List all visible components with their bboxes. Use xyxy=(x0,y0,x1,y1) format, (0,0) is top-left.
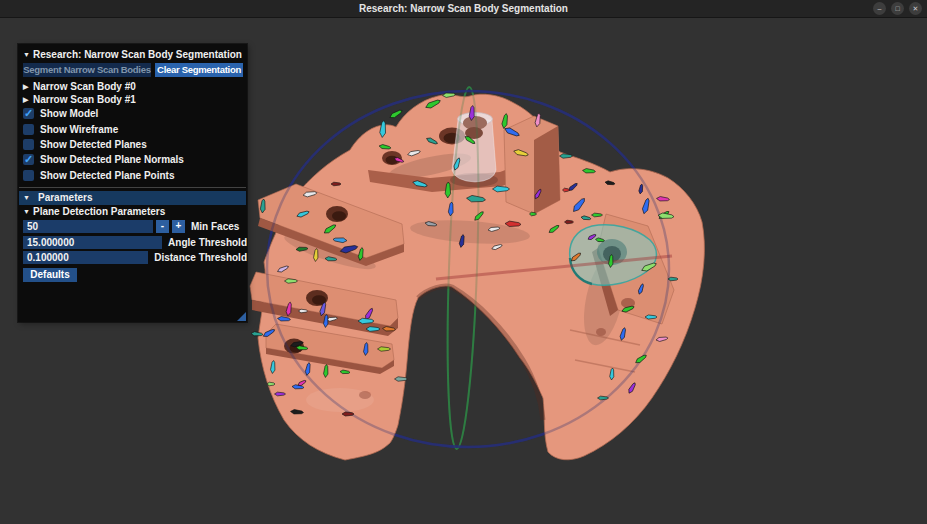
checkbox-show-detected-plane-normals[interactable]: ✓ Show Detected Plane Normals xyxy=(18,152,247,167)
segment-narrow-scan-bodies-button[interactable]: Segment Narrow Scan Bodies xyxy=(23,63,151,77)
distance-threshold-input[interactable]: 0.100000 xyxy=(23,251,148,264)
checkbox-label: Show Wireframe xyxy=(40,124,118,135)
window-title: Research: Narrow Scan Body Segmentation xyxy=(359,3,568,14)
plane-normal-glyph xyxy=(267,382,275,386)
plane-normal-glyph xyxy=(530,212,537,216)
action-buttons: Segment Narrow Scan Bodies Clear Segment… xyxy=(18,61,247,80)
distance-threshold-row: 0.100000 Distance Threshold xyxy=(18,250,247,265)
collapse-arrow-icon[interactable]: ▼ xyxy=(23,194,33,201)
checkbox-show-model[interactable]: ✓ Show Model xyxy=(18,106,247,121)
checkbox-label: Show Detected Plane Normals xyxy=(40,154,184,165)
plane-normal-glyph xyxy=(598,396,609,400)
expand-arrow-icon[interactable]: ▶ xyxy=(23,96,33,104)
min-faces-increment-button[interactable]: + xyxy=(172,220,185,233)
close-button[interactable]: ✕ xyxy=(909,2,922,15)
segmentation-panel: ▼ Research: Narrow Scan Body Segmentatio… xyxy=(18,44,247,322)
checkbox-icon[interactable]: ✓ xyxy=(23,108,34,119)
angle-threshold-row: 15.000000 Angle Threshold xyxy=(18,234,247,249)
checkbox-show-detected-planes[interactable]: Show Detected Planes xyxy=(18,137,247,152)
checkbox-show-wireframe[interactable]: Show Wireframe xyxy=(18,121,247,136)
parameters-header[interactable]: ▼ Parameters xyxy=(19,191,246,205)
plane-normal-glyph xyxy=(285,279,298,283)
plane-normal-glyph xyxy=(645,315,657,319)
checkbox-label: Show Model xyxy=(40,108,98,119)
checkbox-show-detected-plane-points[interactable]: Show Detected Plane Points xyxy=(18,168,247,183)
plane-detection-parameters-label: Plane Detection Parameters xyxy=(33,206,165,217)
collapse-arrow-icon[interactable]: ▼ xyxy=(23,51,33,58)
plane-normal-glyph xyxy=(668,277,678,281)
min-faces-decrement-button[interactable]: - xyxy=(156,220,169,233)
model-pit xyxy=(359,391,371,399)
angle-threshold-label: Angle Threshold xyxy=(168,237,247,248)
checkbox-label: Show Detected Plane Points xyxy=(40,170,174,181)
plane-normal-glyph xyxy=(275,392,286,396)
angle-threshold-input[interactable]: 15.000000 xyxy=(23,236,162,249)
plane-normal-glyph xyxy=(331,182,341,186)
tree-item-narrow-scan-body-0[interactable]: ▶ Narrow Scan Body #0 xyxy=(18,80,247,93)
panel-resize-grip[interactable] xyxy=(237,312,246,321)
parameters-header-label: Parameters xyxy=(38,192,92,203)
collapse-arrow-icon[interactable]: ▼ xyxy=(23,208,33,215)
checkbox-icon[interactable] xyxy=(23,124,34,135)
plane-normal-glyph xyxy=(395,377,408,381)
tree-item-narrow-scan-body-1[interactable]: ▶ Narrow Scan Body #1 xyxy=(18,93,247,106)
expand-arrow-icon[interactable]: ▶ xyxy=(23,83,33,91)
plane-normal-glyph xyxy=(592,213,603,217)
panel-title: Research: Narrow Scan Body Segmentation xyxy=(33,49,242,60)
window-titlebar: Research: Narrow Scan Body Segmentation … xyxy=(0,0,927,18)
plane-normal-glyph xyxy=(299,309,308,313)
plane-normal-glyph xyxy=(563,188,570,192)
plane-normal-glyph xyxy=(342,412,354,416)
minimize-button[interactable]: – xyxy=(873,2,886,15)
panel-header[interactable]: ▼ Research: Narrow Scan Body Segmentatio… xyxy=(18,47,247,61)
plane-normal-glyph xyxy=(378,347,391,351)
clear-segmentation-button[interactable]: Clear Segmentation xyxy=(155,63,243,77)
window-controls: – □ ✕ xyxy=(873,2,922,15)
maximize-button[interactable]: □ xyxy=(891,2,904,15)
checkbox-label: Show Detected Planes xyxy=(40,139,147,150)
plane-normal-glyph xyxy=(560,154,573,158)
min-faces-row: 50 - + Min Faces xyxy=(18,219,247,234)
min-faces-label: Min Faces xyxy=(191,221,239,232)
tree-item-label: Narrow Scan Body #0 xyxy=(33,81,136,92)
checkbox-icon[interactable]: ✓ xyxy=(23,154,34,165)
checkbox-icon[interactable] xyxy=(23,170,34,181)
defaults-button[interactable]: Defaults xyxy=(23,268,77,282)
tree-item-label: Narrow Scan Body #1 xyxy=(33,94,136,105)
min-faces-input[interactable]: 50 xyxy=(23,220,153,233)
plane-normal-glyph xyxy=(565,220,574,224)
plane-detection-parameters-header[interactable]: ▼ Plane Detection Parameters xyxy=(18,205,247,219)
checkbox-icon[interactable] xyxy=(23,139,34,150)
distance-threshold-label: Distance Threshold xyxy=(154,252,247,263)
separator xyxy=(19,187,246,188)
